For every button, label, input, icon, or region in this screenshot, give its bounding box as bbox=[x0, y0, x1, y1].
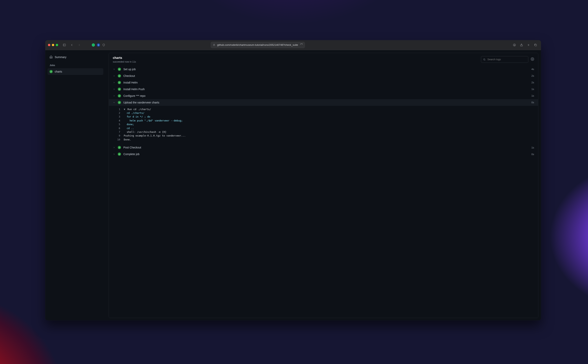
log-line: 2 cd ./charts/ bbox=[113, 111, 534, 115]
window-controls bbox=[48, 44, 58, 46]
step-duration: 0s bbox=[531, 101, 534, 104]
log-search[interactable] bbox=[481, 56, 528, 63]
job-panel: charts succeeded now in 11s bbox=[109, 53, 538, 318]
sidebar-summary[interactable]: Summary bbox=[47, 54, 103, 61]
step-duration: 2s bbox=[531, 74, 534, 77]
success-check-icon bbox=[118, 74, 121, 78]
step-name: Post Checkout bbox=[123, 146, 529, 149]
chevron-right-icon bbox=[113, 146, 115, 149]
log-line: 10Done. bbox=[113, 138, 534, 141]
step-name: Install Helm bbox=[123, 81, 529, 84]
sidebar-job-label: charts bbox=[55, 70, 62, 73]
success-check-icon bbox=[118, 153, 121, 156]
step-duration: 4s bbox=[531, 68, 534, 71]
grammarly-extension-icon[interactable] bbox=[92, 43, 95, 46]
log-line: 3 for d in */ ; do bbox=[113, 115, 534, 118]
chevron-right-icon bbox=[113, 81, 115, 84]
step-row[interactable]: Install Helm Push1s bbox=[109, 86, 538, 92]
lock-icon bbox=[213, 43, 215, 47]
success-check-icon bbox=[118, 94, 121, 98]
url-text: github.com/roderik/chartmuseum-tutorial/… bbox=[217, 43, 298, 46]
step-duration: 2s bbox=[531, 81, 534, 84]
job-subtitle: succeeded now in 11s bbox=[113, 60, 136, 63]
chevron-right-icon bbox=[113, 153, 115, 156]
step-row[interactable]: Upload the vanderveer charts0s bbox=[109, 99, 538, 106]
sidebar-job-item[interactable]: charts bbox=[47, 68, 103, 75]
step-name: Set up job bbox=[123, 68, 529, 71]
log-line: 6 cd .. bbox=[113, 126, 534, 130]
success-check-icon bbox=[118, 101, 121, 104]
job-title: charts bbox=[113, 56, 136, 60]
svg-rect-2 bbox=[213, 45, 215, 46]
page-content: Summary Jobs charts charts succeeded now… bbox=[45, 50, 541, 320]
address-bar[interactable]: github.com/roderik/chartmuseum-tutorial/… bbox=[211, 42, 305, 48]
log-search-input[interactable] bbox=[487, 58, 526, 61]
back-button[interactable] bbox=[69, 42, 75, 48]
step-duration: 1s bbox=[531, 94, 534, 97]
forward-button[interactable] bbox=[77, 42, 82, 48]
svg-point-11 bbox=[532, 58, 533, 59]
search-icon bbox=[483, 58, 485, 61]
step-row[interactable]: Checkout2s bbox=[109, 72, 538, 79]
step-name: Install Helm Push bbox=[123, 88, 529, 91]
browser-titlebar: 1 github.com/roderik/chartmuseum-tutoria… bbox=[45, 40, 541, 50]
extension-icons: 1 bbox=[92, 42, 105, 48]
success-check-icon bbox=[118, 88, 121, 91]
step-row[interactable]: Complete job0s bbox=[109, 151, 538, 157]
chevron-down-icon bbox=[113, 101, 115, 104]
chevron-right-icon bbox=[113, 88, 115, 91]
step-log: 1▼ Run cd ./charts/2 cd ./charts/3 for d… bbox=[109, 106, 538, 144]
zoom-window-button[interactable] bbox=[56, 44, 58, 46]
chevron-right-icon bbox=[113, 75, 115, 77]
step-name: Checkout bbox=[123, 74, 529, 78]
step-row[interactable]: Install Helm2s bbox=[109, 79, 538, 86]
reload-icon[interactable] bbox=[300, 43, 303, 47]
step-name: Complete job bbox=[123, 153, 529, 156]
sidebar-toggle-button[interactable] bbox=[62, 42, 67, 48]
step-name: Configure *** repo bbox=[123, 94, 529, 98]
svg-line-10 bbox=[485, 60, 485, 60]
minimize-window-button[interactable] bbox=[52, 44, 54, 46]
step-duration: 1s bbox=[531, 146, 534, 149]
home-icon bbox=[50, 55, 53, 59]
chevron-right-icon bbox=[113, 68, 115, 71]
step-duration: 1s bbox=[531, 88, 534, 91]
job-header: charts succeeded now in 11s bbox=[109, 53, 538, 65]
actions-sidebar: Summary Jobs charts bbox=[45, 50, 106, 320]
log-line: 7 shell: /usr/bin/bash -e {0} bbox=[113, 130, 534, 134]
job-panel-wrap: charts succeeded now in 11s bbox=[106, 50, 541, 320]
log-line: 1▼ Run cd ./charts/ bbox=[113, 107, 534, 111]
privacy-report-icon[interactable] bbox=[102, 42, 105, 48]
step-row[interactable]: Set up job4s bbox=[109, 66, 538, 72]
svg-point-9 bbox=[483, 59, 485, 60]
close-window-button[interactable] bbox=[48, 44, 50, 46]
step-list: Set up job4sCheckout2sInstall Helm2sInst… bbox=[109, 65, 538, 318]
step-duration: 0s bbox=[531, 153, 534, 156]
svg-rect-8 bbox=[535, 44, 536, 46]
step-row[interactable]: Post Checkout1s bbox=[109, 144, 538, 151]
svg-rect-0 bbox=[63, 44, 65, 46]
log-line: 4 helm push "./$d" vanderveer --debug; bbox=[113, 119, 534, 123]
step-name: Upload the vanderveer charts bbox=[123, 101, 529, 104]
downloads-button[interactable] bbox=[512, 42, 517, 48]
share-button[interactable] bbox=[519, 42, 524, 48]
success-check-icon bbox=[118, 146, 121, 149]
new-tab-button[interactable] bbox=[526, 42, 531, 48]
log-line: 5 done; bbox=[113, 123, 534, 126]
tab-overview-button[interactable] bbox=[533, 42, 538, 48]
sidebar-jobs-heading: Jobs bbox=[47, 61, 103, 68]
success-check-icon bbox=[50, 70, 53, 73]
log-line: 9Pushing example-0.1.0.tgz to vanderveer… bbox=[113, 134, 534, 137]
success-check-icon bbox=[118, 81, 121, 84]
onepassword-extension-icon[interactable]: 1 bbox=[97, 43, 100, 46]
chevron-right-icon bbox=[113, 94, 115, 97]
settings-gear-button[interactable] bbox=[531, 57, 534, 62]
success-check-icon bbox=[118, 68, 121, 71]
browser-window: 1 github.com/roderik/chartmuseum-tutoria… bbox=[45, 40, 541, 320]
step-row[interactable]: Configure *** repo1s bbox=[109, 92, 538, 99]
sidebar-summary-label: Summary bbox=[55, 56, 66, 59]
